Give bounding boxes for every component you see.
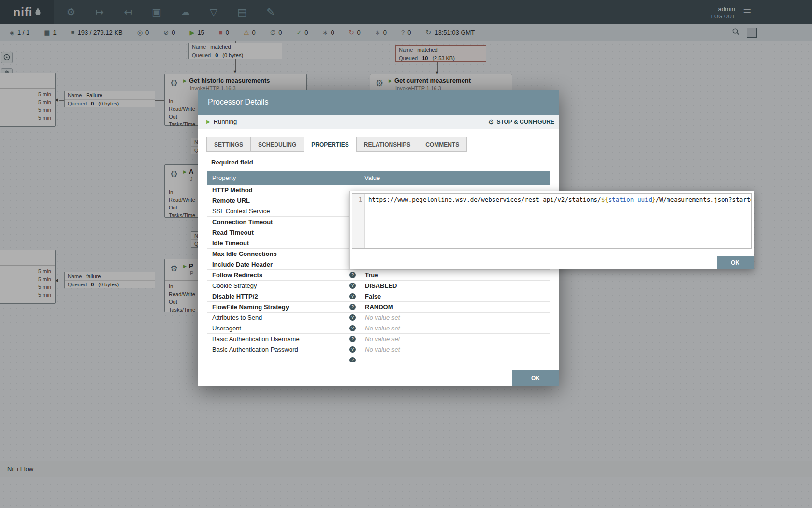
property-name: Basic Authentication Username bbox=[212, 335, 300, 343]
property-name: Remote URL bbox=[212, 197, 250, 204]
property-row: Cookie Strategy?DISABLED bbox=[207, 281, 550, 291]
property-row: Follow Redirects?True bbox=[207, 270, 550, 281]
property-row-extra bbox=[512, 302, 550, 312]
property-name: Attributes to Send bbox=[212, 314, 262, 321]
property-name: Read Timeout bbox=[212, 229, 254, 236]
property-name-cell: Basic Authentication Username? bbox=[207, 334, 360, 344]
value-column-header: Value bbox=[360, 174, 380, 181]
help-icon[interactable]: ? bbox=[349, 283, 356, 289]
property-name-cell: HTTP Method bbox=[207, 185, 360, 195]
property-name: Idle Timeout bbox=[212, 239, 249, 247]
property-row-extra bbox=[512, 291, 550, 301]
property-name-cell: Connection Timeout bbox=[207, 217, 360, 227]
el-segment-bracket: } bbox=[652, 196, 656, 203]
el-segment-bracket: ${ bbox=[601, 196, 609, 203]
required-field-label: Required field bbox=[211, 159, 559, 166]
property-row: FlowFile Naming Strategy?RANDOM bbox=[207, 302, 550, 313]
property-value[interactable]: No value set bbox=[360, 323, 512, 333]
help-icon[interactable]: ? bbox=[349, 293, 356, 299]
dialog-state-row: ▶ Running ⚙ STOP & CONFIGURE bbox=[198, 115, 559, 129]
property-value[interactable]: False bbox=[360, 291, 512, 301]
dialog-header: Processor Details bbox=[198, 90, 559, 115]
property-name: Include Date Header bbox=[212, 261, 273, 268]
property-name: Connection Timeout bbox=[212, 218, 273, 225]
property-name-cell: Disable HTTP/2? bbox=[207, 291, 360, 301]
property-row-extra bbox=[512, 270, 550, 280]
help-icon[interactable]: ? bbox=[349, 325, 356, 331]
property-name-cell: SSL Context Service bbox=[207, 206, 360, 216]
tab-relationships[interactable]: RELATIONSHIPS bbox=[356, 137, 418, 152]
property-row: Basic Authentication Username?No value s… bbox=[207, 334, 550, 344]
tab-scheduling[interactable]: SCHEDULING bbox=[250, 137, 304, 152]
property-name-cell: FlowFile Naming Strategy? bbox=[207, 302, 360, 312]
property-value[interactable] bbox=[360, 355, 512, 362]
running-state-label: Running bbox=[214, 118, 237, 125]
property-row-extra bbox=[512, 334, 550, 344]
dialog-ok-button[interactable]: OK bbox=[512, 370, 559, 386]
property-name: Basic Authentication Password bbox=[212, 346, 298, 353]
running-state-icon: ▶ bbox=[206, 119, 210, 124]
property-row-extra bbox=[512, 323, 550, 333]
property-value[interactable]: No value set bbox=[360, 313, 512, 323]
property-name-cell: Basic Authentication Password? bbox=[207, 344, 360, 355]
property-name-cell: Include Date Header bbox=[207, 259, 360, 269]
property-name-cell: Useragent? bbox=[207, 323, 360, 333]
help-icon[interactable]: ? bbox=[349, 272, 356, 278]
expression-editor: 1 https://www.pegelonline.wsv.de/webserv… bbox=[352, 193, 752, 249]
value-editor-popup: 1 https://www.pegelonline.wsv.de/webserv… bbox=[349, 191, 754, 269]
dialog-title: Processor Details bbox=[208, 98, 268, 106]
property-value[interactable]: No value set bbox=[360, 344, 512, 355]
property-row-extra bbox=[512, 313, 550, 323]
property-name-cell: Read Timeout bbox=[207, 227, 360, 238]
property-name: Follow Redirects bbox=[212, 271, 262, 279]
editor-ok-button[interactable]: OK bbox=[717, 256, 754, 269]
property-name-cell: Cookie Strategy? bbox=[207, 281, 360, 291]
tab-properties[interactable]: PROPERTIES bbox=[304, 137, 356, 152]
stop-configure-label: STOP & CONFIGURE bbox=[496, 119, 554, 125]
property-name: HTTP Method bbox=[212, 186, 253, 194]
property-value[interactable]: RANDOM bbox=[360, 302, 512, 312]
tab-settings[interactable]: SETTINGS bbox=[206, 137, 251, 152]
dialog-tabs: SETTINGS SCHEDULING PROPERTIES RELATIONS… bbox=[206, 137, 550, 152]
property-name-cell: Attributes to Send? bbox=[207, 313, 360, 323]
property-name-cell: Idle Timeout bbox=[207, 238, 360, 248]
property-value[interactable]: DISABLED bbox=[360, 281, 512, 291]
property-value[interactable]: True bbox=[360, 270, 512, 280]
help-icon[interactable]: ? bbox=[349, 336, 356, 342]
property-row-extra bbox=[512, 355, 550, 362]
line-number-gutter: 1 bbox=[352, 194, 365, 248]
help-icon[interactable]: ? bbox=[349, 304, 356, 310]
property-column-header: Property bbox=[207, 174, 360, 181]
property-name-cell: Max Idle Connections bbox=[207, 249, 360, 259]
help-icon[interactable]: ? bbox=[349, 357, 356, 362]
el-code-line[interactable]: https://www.pegelonline.wsv.de/webservic… bbox=[365, 194, 751, 248]
property-name-cell: Follow Redirects? bbox=[207, 270, 360, 280]
property-name: FlowFile Naming Strategy bbox=[212, 303, 289, 311]
property-row-extra bbox=[512, 344, 550, 355]
properties-table-header: Property Value bbox=[207, 171, 550, 185]
property-row: Attributes to Send?No value set bbox=[207, 313, 550, 323]
tab-comments[interactable]: COMMENTS bbox=[418, 137, 467, 152]
property-row: Disable HTTP/2?False bbox=[207, 291, 550, 302]
stop-configure-button[interactable]: ⚙ STOP & CONFIGURE bbox=[488, 118, 554, 126]
property-name: Max Idle Connections bbox=[212, 250, 277, 257]
property-name: Disable HTTP/2 bbox=[212, 293, 258, 300]
property-row: Basic Authentication Password?No value s… bbox=[207, 344, 550, 355]
property-name: Useragent bbox=[212, 325, 241, 332]
property-row: ? bbox=[207, 355, 550, 362]
line-number: 1 bbox=[359, 196, 362, 203]
stop-configure-icon: ⚙ bbox=[488, 118, 494, 126]
el-segment-subject: station_uuid bbox=[609, 196, 652, 203]
property-name-cell: Remote URL bbox=[207, 195, 360, 206]
property-row-extra bbox=[512, 281, 550, 291]
property-name: Cookie Strategy bbox=[212, 282, 257, 289]
help-icon[interactable]: ? bbox=[349, 346, 356, 353]
property-name-cell: ? bbox=[207, 355, 360, 362]
property-row: Useragent?No value set bbox=[207, 323, 550, 334]
help-icon[interactable]: ? bbox=[349, 314, 356, 321]
property-name: SSL Context Service bbox=[212, 208, 270, 215]
property-value[interactable]: No value set bbox=[360, 334, 512, 344]
el-segment-plain: https://www.pegelonline.wsv.de/webservic… bbox=[368, 196, 601, 203]
el-segment-plain: /W/measurements.json?start=P30D bbox=[656, 196, 751, 203]
